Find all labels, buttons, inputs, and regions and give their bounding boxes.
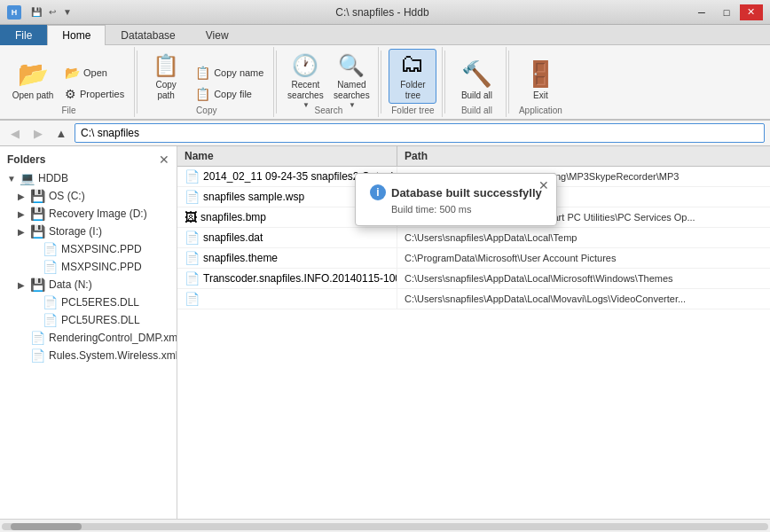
table-row[interactable]: 📄 Transcoder.snapfiles.INFO.20140115-100… bbox=[177, 269, 770, 289]
recent-searches-icon: 🕐 bbox=[292, 53, 318, 78]
qs-more[interactable]: ▼ bbox=[60, 6, 75, 18]
file-row-path-4: C:\ProgramData\Microsoft\User Account Pi… bbox=[397, 250, 770, 266]
build-group-label: Build all bbox=[461, 106, 492, 115]
copy-name-label: Copy name bbox=[214, 67, 263, 78]
ribbon-group-copy: 📋 Copy path 📋 Copy name 📋 Copy file Copy bbox=[139, 47, 274, 117]
folder-tree-icon: 🗂 bbox=[400, 49, 425, 78]
ribbon-group-file: 📂 Open path 📂 Open ⚙ Properties File bbox=[4, 47, 135, 117]
expand-hddb-icon: ▼ bbox=[7, 174, 20, 184]
window-title: C:\ snapfiles - Hddb bbox=[335, 6, 428, 19]
open-path-button[interactable]: 📂 Open path bbox=[9, 49, 57, 104]
hddb-icon: 💻 bbox=[20, 171, 35, 185]
col-path-header[interactable]: Path bbox=[397, 146, 770, 166]
exit-icon: 🚪 bbox=[525, 59, 556, 89]
file-name-3: snapfiles.dat bbox=[203, 231, 263, 244]
ribbon-group-build: 🔨 Build all Build all bbox=[447, 47, 507, 117]
separator-4 bbox=[444, 51, 445, 113]
copy-file-label: Copy file bbox=[214, 89, 252, 99]
sidebar-close-button[interactable]: ✕ bbox=[159, 153, 169, 166]
folders-label: Folders bbox=[7, 153, 45, 166]
nav-forward-button[interactable]: ▶ bbox=[28, 123, 48, 143]
popup-title-text: Database built successfylly bbox=[391, 186, 542, 200]
maximize-button[interactable]: □ bbox=[715, 4, 738, 20]
tree-item-pcl5ures[interactable]: 📄 PCL5URES.DLL bbox=[0, 311, 177, 329]
popup-close-button[interactable]: ✕ bbox=[538, 179, 549, 192]
app-icon: H bbox=[7, 5, 21, 20]
file-name-1: snapfiles sample.wsp bbox=[203, 191, 304, 203]
msxp2-label: MSXPSINC.PPD bbox=[61, 261, 142, 273]
tree-item-msxpsinc-2[interactable]: 📄 MSXPSINC.PPD bbox=[0, 258, 177, 276]
horizontal-scrollbar[interactable] bbox=[0, 519, 770, 532]
build-all-button[interactable]: 🔨 Build all bbox=[452, 49, 500, 104]
file-row-name-3: 📄 snapfiles.dat bbox=[177, 228, 397, 247]
tab-file[interactable]: File bbox=[0, 25, 47, 45]
file-icon-2: 🖼 bbox=[185, 210, 197, 224]
storage-icon: 💾 bbox=[30, 224, 45, 239]
recent-searches-button[interactable]: 🕐 Recent searches ▼ bbox=[284, 49, 326, 104]
copy-file-button[interactable]: 📋 Copy file bbox=[191, 84, 268, 104]
exit-button[interactable]: 🚪 Exit bbox=[516, 49, 564, 104]
col-name-header[interactable]: Name bbox=[177, 146, 397, 166]
table-row[interactable]: 📄 snapfiles.dat C:\Users\snapfiles\AppDa… bbox=[177, 228, 770, 248]
minimize-button[interactable]: ─ bbox=[690, 4, 713, 20]
folder-tree-button[interactable]: 🗂 Folder tree bbox=[389, 49, 436, 104]
rules-icon: 📄 bbox=[30, 348, 45, 363]
ribbon-group-exit: 🚪 Exit Application bbox=[511, 47, 570, 117]
table-row[interactable]: 📄 snapfiles.theme C:\ProgramData\Microso… bbox=[177, 248, 770, 269]
tree-item-storage[interactable]: ▶ 💾 Storage (I:) bbox=[0, 223, 177, 240]
file-icon-5: 📄 bbox=[185, 271, 200, 286]
file-row-path-3: C:\Users\snapfiles\AppData\Local\Temp bbox=[397, 230, 770, 246]
build-all-label: Build all bbox=[461, 90, 492, 101]
popup-box: ✕ i Database built successfylly Build ti… bbox=[355, 173, 557, 226]
popup-overlay: ✕ i Database built successfylly Build ti… bbox=[355, 173, 557, 226]
tab-home[interactable]: Home bbox=[47, 25, 106, 45]
sidebar: Folders ✕ ▼ 💻 HDDB ▶ 💾 OS (C:) ▶ 💾 Recov… bbox=[0, 146, 177, 519]
copy-file-icon: 📋 bbox=[195, 87, 210, 101]
popup-info-icon: i bbox=[370, 184, 386, 200]
tree-item-rules[interactable]: 📄 Rules.System.Wireless.xml bbox=[0, 347, 177, 364]
tree-item-rendering[interactable]: 📄 RenderingControl_DMP.xml bbox=[0, 329, 177, 347]
properties-button[interactable]: ⚙ Properties bbox=[60, 84, 129, 104]
open-path-label: Open path bbox=[12, 90, 54, 101]
open-button[interactable]: 📂 Open bbox=[60, 63, 129, 82]
qs-save[interactable]: 💾 bbox=[28, 6, 44, 18]
table-row[interactable]: 📄 C:\Users\snapfiles\AppData\Local\Movav… bbox=[177, 289, 770, 309]
file-name-5: Transcoder.snapfiles.INFO.20140115-100..… bbox=[203, 272, 397, 285]
copy-button[interactable]: 📋 Copy path bbox=[145, 49, 187, 104]
close-button[interactable]: ✕ bbox=[740, 4, 763, 20]
recent-dropdown-arrow: ▼ bbox=[302, 101, 310, 109]
file-row-name-5: 📄 Transcoder.snapfiles.INFO.20140115-100… bbox=[177, 269, 397, 288]
folder-tree-label: Folder tree bbox=[391, 80, 434, 101]
sidebar-header: Folders ✕ bbox=[0, 150, 177, 169]
tab-datatabase[interactable]: Datatabase bbox=[106, 25, 190, 45]
qs-undo[interactable]: ↩ bbox=[46, 6, 59, 18]
tree-item-msxpsinc-1[interactable]: 📄 MSXPSINC.PPD bbox=[0, 240, 177, 258]
file-name-4: snapfiles.theme bbox=[203, 252, 278, 264]
tree-item-recovery[interactable]: ▶ 💾 Recovery Image (D:) bbox=[0, 205, 177, 223]
file-icon-0: 📄 bbox=[185, 169, 200, 184]
tree-item-data-n[interactable]: ▶ 💾 Data (N:) bbox=[0, 276, 177, 293]
ribbon-tabs: File Home Datatabase View bbox=[0, 25, 770, 45]
storage-label: Storage (I:) bbox=[49, 225, 102, 238]
nav-back-button[interactable]: ◀ bbox=[5, 123, 25, 143]
named-searches-button[interactable]: 🔍 Named searches ▼ bbox=[330, 49, 373, 104]
os-c-label: OS (C:) bbox=[49, 190, 85, 202]
os-c-icon: 💾 bbox=[30, 189, 45, 203]
tab-view[interactable]: View bbox=[191, 25, 244, 45]
file-icon-3: 📄 bbox=[185, 231, 200, 245]
ribbon-group-folder-tree: 🗂 Folder tree Folder tree bbox=[383, 47, 443, 117]
search-group-buttons: 🕐 Recent searches ▼ 🔍 Named searches ▼ bbox=[284, 49, 373, 104]
tree-item-pcl5eres[interactable]: 📄 PCL5ERES.DLL bbox=[0, 293, 177, 311]
tree-item-hddb[interactable]: ▼ 💻 HDDB bbox=[0, 169, 177, 187]
copy-name-button[interactable]: 📋 Copy name bbox=[191, 63, 268, 82]
recovery-label: Recovery Image (D:) bbox=[49, 207, 147, 220]
pcl5eres-icon: 📄 bbox=[43, 295, 58, 309]
pcl5eres-label: PCL5ERES.DLL bbox=[61, 296, 139, 309]
copy-label: Copy path bbox=[147, 80, 185, 101]
nav-up-button[interactable]: ▲ bbox=[51, 123, 71, 143]
hscroll-thumb[interactable] bbox=[11, 523, 82, 530]
address-input[interactable] bbox=[75, 123, 765, 143]
tree-item-os-c[interactable]: ▶ 💾 OS (C:) bbox=[0, 187, 177, 205]
main-area: Folders ✕ ▼ 💻 HDDB ▶ 💾 OS (C:) ▶ 💾 Recov… bbox=[0, 146, 770, 519]
file-group-label: File bbox=[62, 106, 76, 115]
